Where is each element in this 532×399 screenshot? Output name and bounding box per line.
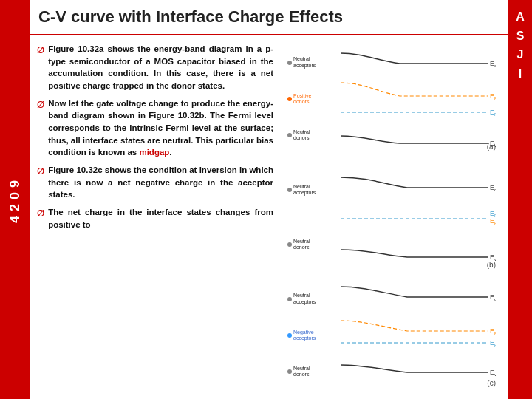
svg-text:EFi: EFi [490,327,496,335]
svg-text:Ev: Ev [490,369,496,377]
label-neutral-acceptors-a: Neutralacceptors [287,56,339,69]
dot-neutral-a [287,61,292,65]
right-stripe: A S J I [508,0,532,399]
dot-neutral-b [287,188,292,192]
svg-text:EF: EF [490,339,496,347]
bullet-text-1: Figure 10.32a shows the energy-band diag… [48,43,273,92]
dot-negative-c [287,333,292,338]
bullet-arrow-3: Ø [37,165,44,179]
header-bar: C-V curve with Interface Charge Effects [30,0,508,35]
left-stripe: 4209 [0,0,30,399]
dot-neutral-c [287,297,292,301]
diagram-letter-c: (c) [487,379,496,387]
band-svg-a: Ec EFi EF Ev [341,44,496,154]
slide-number: 4209 [7,176,23,223]
bullet-item-2: Ø Now let the gate voltage change to pro… [37,98,273,159]
bullet-arrow-1: Ø [37,44,44,58]
svg-text:EFi: EFi [490,92,496,100]
svg-text:EF: EF [490,109,496,117]
label-negative-acceptors-c: Negativeacceptors [287,330,339,342]
dot-neutral2-c [287,369,292,374]
bullet-item-4: Ø The net charge in the interface states… [37,206,273,231]
band-diagram-b: Neutralacceptors Neutraldonors Ec EF EFi… [287,163,502,272]
bullet-text-2: Now let the gate voltage change to produ… [48,98,273,159]
journal-label: A S J I [516,7,525,83]
band-svg-b: Ec EF EFi Ev [341,163,496,272]
band-diagram-c: Neutralacceptors Negativeacceptors Neutr… [287,281,502,390]
label-neutral-acceptors-b: Neutralacceptors [287,184,339,197]
bullet-item-1: Ø Figure 10.32a shows the energy-band di… [37,43,273,92]
dot-neutral2-a [287,133,292,137]
main-content: Ø Figure 10.32a shows the energy-band di… [30,35,508,399]
label-neutral-acceptors-c: Neutralacceptors [287,293,339,305]
band-labels-c: Neutralacceptors Negativeacceptors Neutr… [287,281,339,390]
diagram-letter-b: (b) [487,261,496,269]
svg-text:EFi: EFi [490,217,496,225]
bullet-arrow-4: Ø [37,207,44,221]
label-positive-donors-a: Positivedonors [287,93,339,106]
band-labels-a: Neutralacceptors Positivedonors Neutrald… [287,44,339,154]
dot-positive-a [287,97,292,101]
svg-text:Ec: Ec [490,60,496,68]
label-neutral-donors-b: Neutraldonors [287,239,339,251]
diagram-letter-a: (a) [487,143,496,151]
band-diagram-a: Neutralacceptors Positivedonors Neutrald… [287,44,502,154]
band-labels-b: Neutralacceptors Neutraldonors [287,163,339,272]
page-title: C-V curve with Interface Charge Effects [38,7,343,27]
band-svg-c: Ec EFi EF Ev [341,281,496,390]
label-neutral-donors-c: Neutraldonors [287,366,339,378]
svg-text:Ec: Ec [490,184,496,192]
bullet-text-4: The net charge in the interface states c… [48,206,273,231]
bullet-text-3: Figure 10.32c shows the condition at inv… [48,164,273,201]
label-neutral-donors-a: Neutraldonors [287,129,339,142]
text-column: Ø Figure 10.32a shows the energy-band di… [30,35,281,399]
diagram-column: Neutralacceptors Positivedonors Neutrald… [281,35,508,399]
dot-neutral2-b [287,242,292,247]
bullet-item-3: Ø Figure 10.32c shows the condition at i… [37,164,273,201]
svg-text:Ec: Ec [490,293,496,301]
bullet-arrow-2: Ø [37,98,44,112]
